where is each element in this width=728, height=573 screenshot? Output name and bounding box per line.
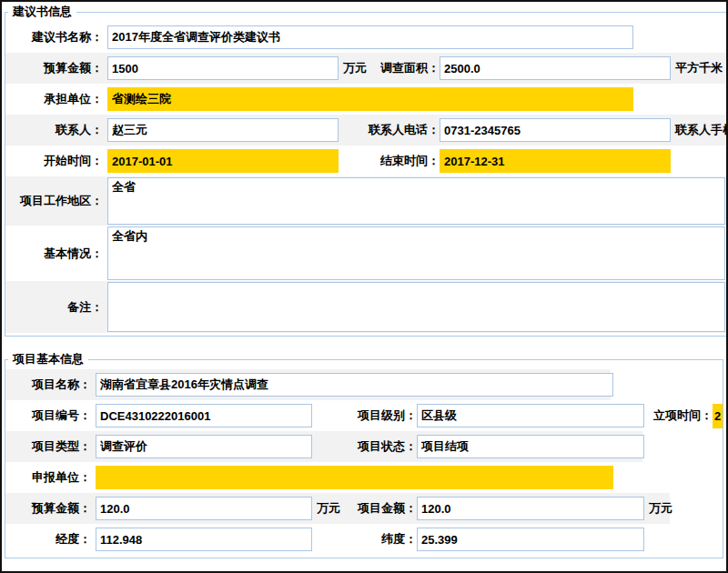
unit-label: 万元 bbox=[649, 500, 672, 517]
work-region-row: 项目工作地区： 全省 bbox=[5, 176, 728, 226]
field-label: 基本情况： bbox=[5, 246, 107, 262]
field-label: 联系人： bbox=[5, 122, 107, 138]
field-label: 立项时间： bbox=[653, 407, 713, 424]
field-label: 项目名称： bbox=[5, 377, 96, 393]
dates-row: 开始时间： 结束时间： bbox=[5, 146, 728, 176]
apply-unit-row: 申报单位： bbox=[5, 462, 723, 493]
field-label: 开始时间： bbox=[5, 153, 107, 169]
project-budget-input[interactable] bbox=[96, 497, 312, 520]
unit-label: 平方千米 bbox=[675, 60, 723, 76]
field-label: 结束时间： bbox=[380, 153, 440, 169]
field-label: 项目级别： bbox=[358, 407, 417, 424]
remark-row: 备注： bbox=[5, 281, 728, 333]
basic-info-textarea[interactable]: 全省内 bbox=[107, 226, 725, 280]
field-label: 纬度： bbox=[381, 531, 417, 548]
proposal-section-legend: 建议书信息 bbox=[8, 4, 76, 20]
form-page: 建议书信息 建议书名称： 预算金额： 万元 调查面积： 平方千米 承担单位： 联… bbox=[0, 0, 728, 573]
budget-amount-input[interactable] bbox=[107, 56, 339, 80]
proposal-info-section: 建议书信息 建议书名称： 预算金额： 万元 调查面积： 平方千米 承担单位： 联… bbox=[5, 4, 728, 337]
field-label: 承担单位： bbox=[5, 91, 107, 107]
project-section-legend: 项目基本信息 bbox=[8, 351, 88, 367]
remark-textarea[interactable] bbox=[107, 282, 725, 332]
project-name-row: 项目名称： bbox=[5, 369, 723, 400]
project-type-row: 项目类型： 项目状态： bbox=[5, 431, 723, 462]
project-type-input[interactable] bbox=[96, 435, 312, 458]
field-label: 备注： bbox=[5, 299, 107, 316]
project-status-input[interactable] bbox=[417, 435, 644, 458]
project-code-input[interactable] bbox=[96, 404, 312, 427]
project-level-input[interactable] bbox=[417, 404, 644, 427]
proposal-name-input[interactable] bbox=[107, 25, 633, 49]
undertaker-input[interactable] bbox=[107, 87, 633, 111]
unit-label: 万元 bbox=[339, 60, 367, 76]
survey-area-input[interactable] bbox=[440, 56, 671, 80]
field-label: 联系人手机： bbox=[675, 122, 728, 138]
field-label: 调查面积： bbox=[380, 60, 440, 76]
longitude-input[interactable] bbox=[96, 528, 312, 551]
field-label: 项目金额： bbox=[358, 500, 417, 517]
proposal-name-row: 建议书名称： bbox=[5, 22, 728, 53]
field-label: 项目工作地区： bbox=[5, 193, 107, 209]
start-date-input[interactable] bbox=[107, 149, 339, 173]
budget-area-row: 预算金额： 万元 调查面积： 平方千米 bbox=[5, 53, 728, 84]
field-label: 建议书名称： bbox=[5, 29, 107, 45]
project-budget-row: 预算金额： 万元 项目金额： 万元 bbox=[5, 493, 723, 524]
field-label: 预算金额： bbox=[5, 500, 96, 517]
project-code-row: 项目编号： 项目级别： 立项时间： 2 bbox=[5, 400, 723, 431]
end-date-input[interactable] bbox=[440, 149, 671, 173]
basic-info-row: 基本情况： 全省内 bbox=[5, 226, 728, 281]
unit-label: 万元 bbox=[312, 500, 340, 517]
work-region-textarea[interactable]: 全省 bbox=[107, 177, 725, 225]
field-label: 经度： bbox=[5, 531, 96, 548]
field-label: 项目编号： bbox=[5, 407, 96, 424]
apply-unit-input[interactable] bbox=[96, 466, 613, 489]
coordinates-row: 经度： 纬度： bbox=[5, 524, 723, 555]
latitude-input[interactable] bbox=[417, 528, 644, 551]
field-label: 项目类型： bbox=[5, 438, 96, 455]
project-name-input[interactable] bbox=[96, 373, 613, 397]
contact-input[interactable] bbox=[107, 118, 339, 142]
field-label: 申报单位： bbox=[5, 469, 96, 486]
undertaker-row: 承担单位： bbox=[5, 84, 728, 115]
project-approval-date-input[interactable]: 2 bbox=[713, 404, 723, 428]
contact-phone-input[interactable] bbox=[440, 118, 671, 142]
field-label: 预算金额： bbox=[5, 60, 107, 76]
project-amount-input[interactable] bbox=[417, 497, 644, 520]
project-info-section: 项目基本信息 项目名称： 项目编号： 项目级别： 立项时间： 2 项目类型： 项… bbox=[5, 351, 723, 558]
field-label: 联系人电话： bbox=[369, 122, 440, 138]
contact-row: 联系人： 联系人电话： 联系人手机： bbox=[5, 115, 728, 146]
field-label: 项目状态： bbox=[358, 438, 417, 455]
